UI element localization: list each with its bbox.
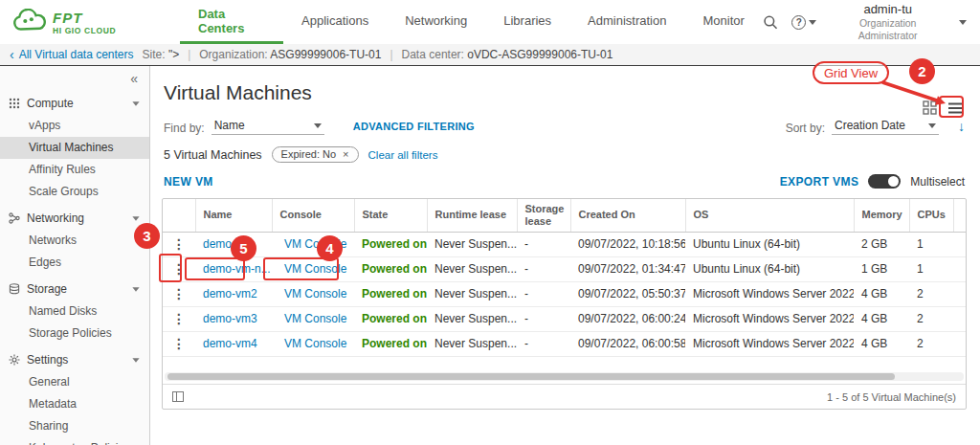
column-header-console[interactable]: Console (272, 199, 354, 232)
sort-direction-icon[interactable]: ↓ (958, 119, 965, 135)
row-actions-kebab-icon[interactable]: ⋮ (172, 336, 186, 351)
runtime-lease-value: Never Suspen... (434, 312, 517, 325)
user-menu[interactable]: admin-tu Organization Administrator (830, 2, 946, 43)
cpus-value: 1 (909, 232, 953, 256)
memory-value: 2 GB (854, 232, 909, 256)
vm-name-link[interactable]: demo-vm2 (203, 287, 257, 300)
sort-by-label: Sort by: (786, 122, 825, 135)
cpus-value: 2 (909, 281, 953, 306)
column-header-state[interactable]: State (354, 199, 427, 232)
multiselect-toggle[interactable] (868, 174, 901, 189)
dc-value: oVDC-ASG99999006-TU-01 (467, 48, 612, 61)
vm-state: Powered on (362, 287, 427, 300)
vm-name-link[interactable]: demo-vm3 (203, 312, 257, 325)
column-header-memory[interactable]: Memory (854, 199, 909, 232)
toggle-knob (888, 176, 899, 187)
chip-close-icon[interactable]: × (343, 148, 348, 160)
chevron-down-icon (928, 123, 936, 128)
sidebar-item-storage-policies[interactable]: Storage Policies (0, 323, 149, 345)
datagrid-footer: 1 - 5 of 5 Virtual Machine(s) (163, 384, 966, 409)
vm-state: Powered on (362, 237, 427, 251)
vm-console-link[interactable]: VM Console (284, 337, 346, 350)
vm-state: Powered on (362, 312, 427, 325)
cpus-value: 2 (909, 331, 953, 356)
clear-all-filters-link[interactable]: Clear all filters (368, 149, 438, 161)
sidebar-item-vapps[interactable]: vApps (0, 115, 149, 137)
column-header-name[interactable]: Name (195, 199, 272, 232)
column-header-runtime-lease[interactable]: Runtime lease (427, 199, 517, 232)
created-on-value: 09/07/2022, 01:34:47 PM (570, 256, 685, 281)
nav-monitor[interactable]: Monitor (684, 0, 762, 44)
row-actions-kebab-icon[interactable]: ⋮ (172, 311, 186, 326)
sidebar-section-compute[interactable]: Compute (0, 92, 149, 115)
site-label: Site: (143, 48, 166, 61)
nav-applications[interactable]: Applications (283, 0, 387, 44)
nav-networking[interactable]: Networking (387, 0, 485, 44)
row-actions-kebab-icon[interactable]: ⋮ (172, 286, 186, 301)
sidebar-item-affinity-rules[interactable]: Affinity Rules (0, 159, 149, 181)
sidebar-item-virtual-machines[interactable]: Virtual Machines (0, 137, 149, 159)
sidebar-item-named-disks[interactable]: Named Disks (0, 300, 149, 323)
column-header-cpus[interactable]: CPUs (909, 199, 953, 232)
sort-by-select[interactable]: Creation Date (832, 117, 939, 135)
row-actions-kebab-icon[interactable]: ⋮ (172, 236, 186, 252)
column-picker-icon[interactable] (172, 391, 184, 402)
new-vm-button[interactable]: NEW VM (164, 175, 213, 189)
column-header-created-on[interactable]: Created On (570, 199, 685, 232)
nav-libraries[interactable]: Libraries (485, 0, 569, 44)
chevron-down-icon (132, 101, 139, 106)
storage-lease-value: - (517, 306, 570, 331)
sidebar: « Compute vApps Virtual Machines Affinit… (0, 66, 150, 445)
sidebar-section-networking[interactable]: Networking (0, 207, 149, 230)
advanced-filtering-link[interactable]: ADVANCED FILTERING (353, 121, 475, 135)
memory-value: 1 GB (854, 256, 909, 281)
sidebar-item-edges[interactable]: Edges (0, 252, 149, 274)
dc-label: Data center: (402, 48, 464, 61)
help-menu[interactable]: ? (791, 15, 816, 30)
chevron-down-icon (132, 358, 139, 363)
nav-administration[interactable]: Administration (569, 0, 684, 44)
sidebar-section-settings[interactable]: Settings (0, 348, 149, 371)
vm-name-link[interactable]: demo-vm4 (203, 337, 257, 350)
column-header-actions (163, 199, 195, 232)
crumb-separator: | (188, 48, 190, 61)
column-header-os[interactable]: OS (685, 199, 854, 232)
sidebar-item-networks[interactable]: Networks (0, 230, 149, 252)
sidebar-item-scale-groups[interactable]: Scale Groups (0, 181, 149, 203)
org-label: Organization: (199, 48, 267, 61)
back-to-vdc-link[interactable]: ‹ All Virtual data centers (10, 48, 134, 61)
memory-value: 4 GB (854, 281, 909, 306)
pagination-text: 1 - 5 of 5 Virtual Machine(s) (827, 391, 956, 403)
find-by-select[interactable]: Name (212, 117, 324, 135)
annotation-step-5: 5 (231, 235, 256, 261)
sidebar-item-sharing[interactable]: Sharing (0, 415, 149, 437)
column-header-storage-lease[interactable]: Storage lease (517, 199, 570, 232)
nav-data-centers[interactable]: Data Centers (180, 0, 283, 44)
memory-value: 4 GB (854, 306, 909, 331)
scrollbar-thumb[interactable] (167, 373, 895, 380)
annotation-step-4: 4 (317, 235, 343, 261)
vm-console-link[interactable]: VM Console (284, 312, 346, 325)
vm-console-link[interactable]: VM Console (284, 287, 346, 300)
horizontal-scrollbar[interactable] (165, 372, 964, 381)
sidebar-item-kubernetes-policies[interactable]: Kubernetes Policies (0, 437, 149, 445)
runtime-lease-value: Never Suspen... (434, 237, 517, 251)
sidebar-section-storage[interactable]: Storage (0, 278, 149, 300)
chevron-down-icon (132, 216, 139, 221)
created-on-value: 09/07/2022, 06:00:24 P... (570, 306, 685, 331)
site-value: "> (168, 48, 179, 61)
page-body: « Compute vApps Virtual Machines Affinit… (0, 66, 980, 445)
os-value: Microsoft Windows Server 2022 (64-b... (685, 331, 854, 356)
export-vms-button[interactable]: EXPORT VMS (780, 175, 859, 189)
search-icon[interactable] (763, 14, 779, 31)
storage-icon (9, 283, 20, 295)
brand-title: FPT (53, 10, 116, 26)
sidebar-item-metadata[interactable]: Metadata (0, 393, 149, 415)
header-row: Name Console State Runtime lease Storage… (163, 199, 966, 232)
os-value: Ubuntu Linux (64-bit) (685, 232, 854, 256)
user-chevron-down-icon[interactable] (959, 20, 967, 25)
sidebar-section-label: Storage (27, 282, 67, 296)
sidebar-collapse-icon[interactable]: « (0, 69, 149, 88)
sidebar-item-general[interactable]: General (0, 371, 149, 393)
chip-label: Expired: No (281, 148, 336, 160)
